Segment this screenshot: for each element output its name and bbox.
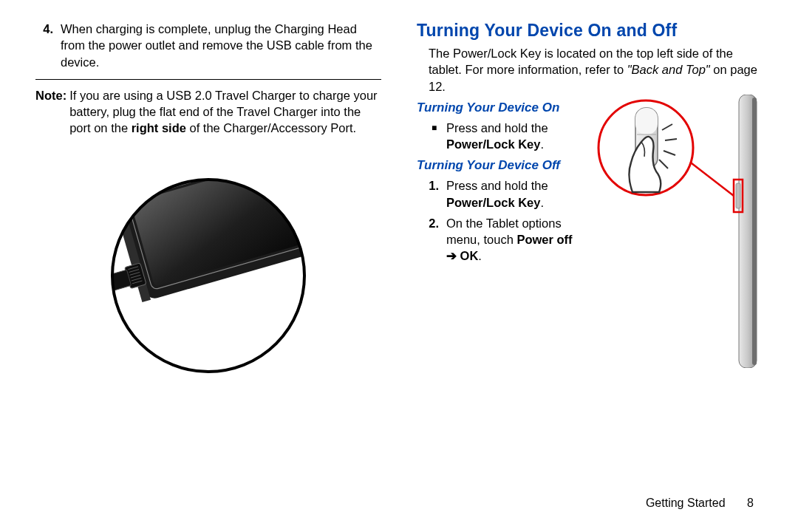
section-heading: Turning Your Device On and Off	[417, 21, 763, 41]
svg-rect-21	[752, 98, 757, 365]
intro-paragraph: The Power/Lock Key is located on the top…	[429, 45, 763, 95]
svg-rect-27	[635, 108, 658, 134]
off-step1-text: Press and hold the Power/Lock Key.	[446, 177, 584, 211]
subheading-on: Turning Your Device On	[417, 100, 584, 115]
usb-port-icon	[98, 165, 319, 386]
usb-port-figure	[35, 165, 381, 386]
right-text-col: Turning Your Device On ■ Press and hold …	[417, 95, 593, 269]
off-step2-text: On the Tablet options menu, touch Power …	[446, 215, 584, 265]
on-pre: Press and hold the	[446, 121, 548, 134]
off2-post: .	[478, 249, 482, 262]
off1-pre: Press and hold the	[446, 179, 548, 192]
page-footer: Getting Started 8	[646, 497, 754, 510]
step-text: When charging is complete, unplug the Ch…	[61, 21, 381, 70]
svg-rect-22	[736, 183, 740, 208]
off-step-2: 2. On the Tablet options menu, touch Pow…	[421, 215, 584, 265]
off2-bold2: OK	[460, 249, 479, 262]
svg-line-15	[98, 284, 105, 291]
power-button-icon	[593, 95, 763, 368]
note-text-post: of the Charger/Accessory Port.	[186, 121, 356, 134]
divider	[35, 79, 381, 80]
subheading-off: Turning Your Device Off	[417, 158, 584, 173]
note-text-bold: right side	[132, 121, 186, 134]
svg-line-24	[685, 158, 734, 196]
off1-bold: Power/Lock Key	[446, 196, 540, 209]
right-column: Turning Your Device On and Off The Power…	[399, 21, 763, 532]
power-button-figure	[593, 95, 763, 361]
footer-section: Getting Started	[646, 497, 726, 509]
on-post: .	[540, 137, 544, 151]
bullet-marker: ■	[432, 120, 446, 153]
left-column: 4. When charging is complete, unplug the…	[35, 21, 399, 532]
on-bold: Power/Lock Key	[446, 137, 540, 151]
svg-point-18	[98, 290, 100, 293]
svg-rect-17	[98, 279, 101, 282]
on-step: ■ Press and hold the Power/Lock Key.	[432, 120, 584, 153]
off2-bold1: Power off	[516, 233, 572, 246]
intro-ref: "Back and Top"	[627, 63, 710, 76]
step-number: 1.	[421, 177, 446, 211]
note-block: Note: If you are using a USB 2.0 Travel …	[35, 87, 381, 137]
step-4: 4. When charging is complete, unplug the…	[35, 21, 381, 70]
note-label: Note:	[35, 87, 69, 137]
note-text: If you are using a USB 2.0 Travel Charge…	[69, 87, 381, 137]
step-number: 4.	[35, 21, 61, 70]
on-step-text: Press and hold the Power/Lock Key.	[446, 120, 584, 153]
off-step-1: 1. Press and hold the Power/Lock Key.	[421, 177, 584, 211]
off1-post: .	[540, 196, 544, 209]
off2-arrow: ➔	[446, 249, 460, 262]
right-body: Turning Your Device On ■ Press and hold …	[417, 95, 763, 361]
step-number: 2.	[421, 215, 446, 265]
manual-page: 4. When charging is complete, unplug the…	[0, 0, 798, 532]
footer-page-number: 8	[729, 497, 754, 510]
